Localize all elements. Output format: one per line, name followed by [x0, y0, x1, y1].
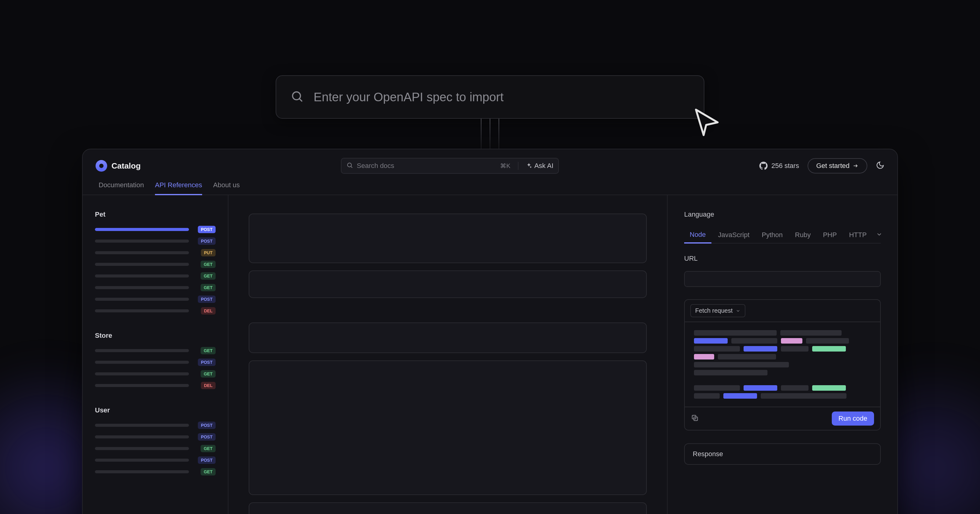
method-badge: GET — [200, 370, 216, 378]
theme-toggle[interactable] — [876, 161, 885, 171]
language-tabs: Node JavaScript Python Ruby PHP HTTP — [684, 227, 881, 244]
tab-documentation[interactable]: Documentation — [99, 181, 144, 195]
code-sample-card: Fetch request — [684, 299, 881, 430]
url-input[interactable] — [684, 271, 881, 287]
endpoint-name-skeleton — [95, 424, 189, 427]
lang-tab-php[interactable]: PHP — [818, 227, 842, 243]
content-skeleton — [249, 360, 647, 495]
endpoint-name-skeleton — [95, 286, 189, 289]
lang-tab-node[interactable]: Node — [684, 227, 711, 244]
method-badge: GET — [200, 468, 216, 476]
language-label: Language — [684, 211, 881, 219]
svg-line-3 — [351, 167, 352, 168]
svg-line-1 — [299, 99, 302, 101]
sidebar-item[interactable]: GET — [95, 445, 216, 452]
ask-ai-label: Ask AI — [535, 162, 554, 170]
sidebar-section-title: Store — [95, 332, 216, 339]
sidebar-item[interactable]: DEL — [95, 307, 216, 314]
sidebar-item[interactable]: GET — [95, 272, 216, 280]
sidebar-item[interactable]: PUT — [95, 249, 216, 256]
lang-tab-javascript[interactable]: JavaScript — [713, 227, 755, 243]
main-content — [229, 195, 668, 514]
sidebar-item[interactable]: POST — [95, 359, 216, 366]
request-type-dropdown[interactable]: Fetch request — [690, 304, 745, 317]
response-card: Response — [684, 443, 881, 465]
header-right: 256 stars Get started — [759, 158, 885, 173]
divider — [518, 162, 519, 170]
sidebar: PetPOSTPOSTPUTGETGETGETPOSTDELStoreGETPO… — [83, 195, 229, 514]
right-panel: Language Node JavaScript Python Ruby PHP… — [668, 195, 897, 514]
search-docs[interactable]: ⌘K Ask AI — [341, 158, 559, 174]
sidebar-item[interactable]: DEL — [95, 382, 216, 389]
method-badge: PUT — [201, 249, 216, 256]
github-stars-link[interactable]: 256 stars — [759, 162, 799, 170]
tab-api-references[interactable]: API References — [155, 181, 202, 195]
sidebar-item[interactable]: GET — [95, 347, 216, 354]
sidebar-item[interactable]: POST — [95, 226, 216, 233]
sidebar-item[interactable]: POST — [95, 422, 216, 429]
endpoint-name-skeleton — [95, 228, 189, 231]
endpoint-name-skeleton — [95, 447, 189, 450]
get-started-button[interactable]: Get started — [808, 158, 867, 173]
endpoint-name-skeleton — [95, 384, 189, 387]
endpoint-name-skeleton — [95, 240, 189, 243]
endpoint-name-skeleton — [95, 435, 189, 438]
endpoint-name-skeleton — [95, 251, 189, 254]
cursor-icon — [692, 107, 723, 139]
brand-logo-icon — [95, 160, 107, 171]
top-tabs: Documentation API References About us — [83, 174, 897, 195]
lang-tab-python[interactable]: Python — [756, 227, 788, 243]
sidebar-section-title: User — [95, 406, 216, 414]
copy-icon[interactable] — [691, 414, 699, 423]
method-badge: POST — [198, 359, 216, 366]
svg-point-0 — [293, 92, 301, 100]
lang-more-dropdown[interactable] — [873, 227, 885, 243]
endpoint-name-skeleton — [95, 274, 189, 278]
fetch-label: Fetch request — [695, 307, 733, 314]
endpoint-name-skeleton — [95, 349, 189, 352]
tab-about-us[interactable]: About us — [213, 181, 240, 195]
sidebar-item[interactable]: POST — [95, 237, 216, 245]
openapi-import-input[interactable] — [275, 75, 705, 119]
endpoint-name-skeleton — [95, 458, 189, 462]
github-stars-count: 256 stars — [772, 162, 799, 170]
sidebar-item[interactable]: GET — [95, 370, 216, 378]
lang-tab-ruby[interactable]: Ruby — [789, 227, 816, 243]
brand-name: Catalog — [111, 161, 140, 171]
content-skeleton — [249, 270, 647, 298]
endpoint-name-skeleton — [95, 372, 189, 375]
get-started-label: Get started — [816, 162, 850, 170]
sidebar-section-title: Pet — [95, 211, 216, 219]
svg-point-2 — [348, 163, 352, 167]
method-badge: DEL — [201, 382, 216, 389]
content-skeleton — [249, 214, 647, 263]
search-icon — [290, 90, 304, 104]
endpoint-name-skeleton — [95, 361, 189, 364]
sidebar-item[interactable]: GET — [95, 261, 216, 268]
run-code-button[interactable]: Run code — [832, 411, 874, 425]
search-docs-input[interactable] — [357, 162, 496, 170]
content-skeleton — [249, 322, 647, 353]
sidebar-item[interactable]: POST — [95, 433, 216, 441]
lang-tab-http[interactable]: HTTP — [843, 227, 872, 243]
ask-ai-button[interactable]: Ask AI — [522, 162, 554, 170]
openapi-url-field[interactable] — [313, 90, 690, 104]
method-badge: GET — [200, 347, 216, 354]
connector-lines — [478, 119, 502, 149]
method-badge: GET — [200, 272, 216, 280]
method-badge: GET — [200, 445, 216, 452]
sidebar-item[interactable]: GET — [95, 468, 216, 476]
endpoint-name-skeleton — [95, 263, 189, 266]
url-label: URL — [684, 255, 881, 262]
app-window: Catalog ⌘K Ask AI 256 stars Get started — [82, 149, 898, 514]
sidebar-item[interactable]: POST — [95, 457, 216, 464]
method-badge: POST — [198, 457, 216, 464]
sidebar-item[interactable]: POST — [95, 295, 216, 303]
sidebar-item[interactable]: GET — [95, 284, 216, 291]
brand[interactable]: Catalog — [95, 160, 140, 171]
code-body — [685, 322, 880, 407]
method-badge: POST — [198, 226, 216, 233]
method-badge: POST — [198, 295, 216, 303]
content-skeleton — [249, 502, 647, 514]
method-badge: GET — [200, 261, 216, 268]
